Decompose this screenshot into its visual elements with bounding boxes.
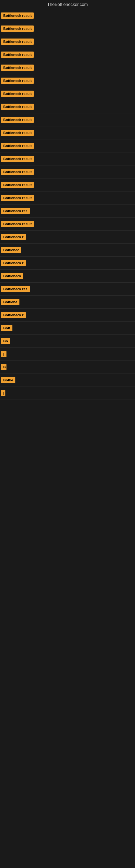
list-item: Bottleneck r: [0, 230, 135, 244]
bottleneck-badge[interactable]: B: [1, 364, 6, 370]
bottleneck-badge[interactable]: Bottleneck result: [1, 26, 34, 32]
list-item: Bottleneck result: [0, 179, 135, 191]
bottleneck-badge[interactable]: Bott: [1, 325, 12, 331]
list-item: Bottleneck result: [0, 152, 135, 165]
bottleneck-badge[interactable]: Bottlene: [1, 299, 19, 305]
bottleneck-badge[interactable]: Bottleneck res: [1, 286, 30, 292]
bottleneck-badge[interactable]: Bottleneck result: [1, 78, 34, 84]
bottleneck-badge[interactable]: Bottleneck result: [1, 12, 34, 19]
list-item: B: [0, 361, 135, 374]
list-item: Bottleneck result: [0, 126, 135, 140]
list-item: Bottleneck r: [0, 257, 135, 270]
bottleneck-badge[interactable]: Bottleneck r: [1, 312, 26, 318]
bottleneck-badge[interactable]: Bottleneck result: [1, 117, 34, 123]
list-item: Bottleneck result: [0, 48, 135, 61]
list-item: Bo: [0, 335, 135, 348]
list-item: Bottleneck result: [0, 140, 135, 152]
bottleneck-badge[interactable]: Bottleneck res: [1, 208, 30, 214]
list-item: Bottleneck result: [0, 165, 135, 179]
list-item: Bottleneck result: [0, 61, 135, 74]
list-item: Bottleneck: [0, 270, 135, 283]
bottleneck-badge[interactable]: Bottleneck result: [1, 143, 34, 149]
bottleneck-badge[interactable]: Bottleneck result: [1, 182, 34, 188]
list-item: Bottleneck result: [0, 35, 135, 48]
bottleneck-badge[interactable]: Bottleneck r: [1, 260, 26, 266]
bottleneck-badge[interactable]: Bottleneck result: [1, 52, 34, 58]
list-item: Bottleneck result: [0, 191, 135, 205]
bottleneck-badge[interactable]: Bottleneck r: [1, 234, 26, 240]
list-item: |: [0, 348, 135, 361]
bottleneck-badge[interactable]: Bottleneck result: [1, 65, 34, 71]
list-item: Bott: [0, 322, 135, 335]
list-item: Bottleneck r: [0, 309, 135, 322]
bottleneck-badge[interactable]: Bottleneck result: [1, 221, 34, 227]
list-item: Bottleneck result: [0, 74, 135, 87]
list-item: Bottleneck result: [0, 9, 135, 22]
bottleneck-badge[interactable]: Bottleneck: [1, 273, 23, 279]
bottleneck-badge[interactable]: Bottleneck result: [1, 91, 34, 97]
bottleneck-badge[interactable]: Bottleneck result: [1, 104, 34, 110]
bottleneck-badge[interactable]: Bottleneck result: [1, 130, 34, 136]
bottleneck-list: Bottleneck resultBottleneck resultBottle…: [0, 9, 135, 400]
list-item: Bottlenec: [0, 244, 135, 257]
bottleneck-badge[interactable]: Bottleneck result: [1, 38, 34, 45]
list-item: |: [0, 387, 135, 400]
site-title: TheBottlenecker.com: [0, 0, 135, 9]
list-item: Bottleneck res: [0, 205, 135, 218]
list-item: Bottle: [0, 374, 135, 387]
bottleneck-badge[interactable]: Bo: [1, 338, 10, 344]
bottleneck-badge[interactable]: Bottle: [1, 377, 15, 383]
bottleneck-badge[interactable]: Bottleneck result: [1, 156, 34, 162]
bottleneck-badge[interactable]: |: [1, 390, 5, 396]
bottleneck-badge[interactable]: Bottleneck result: [1, 195, 34, 201]
bottleneck-badge[interactable]: Bottleneck result: [1, 169, 34, 175]
list-item: Bottleneck result: [0, 113, 135, 126]
list-item: Bottleneck result: [0, 22, 135, 35]
list-item: Bottlene: [0, 296, 135, 309]
list-item: Bottleneck result: [0, 100, 135, 113]
list-item: Bottleneck result: [0, 218, 135, 230]
list-item: Bottleneck result: [0, 87, 135, 100]
bottleneck-badge[interactable]: Bottlenec: [1, 247, 21, 253]
list-item: Bottleneck res: [0, 283, 135, 296]
bottleneck-badge[interactable]: |: [1, 351, 6, 357]
